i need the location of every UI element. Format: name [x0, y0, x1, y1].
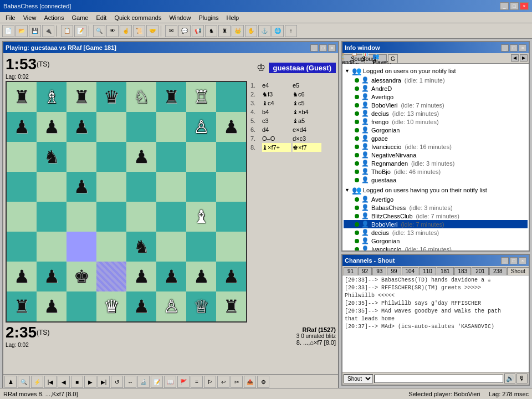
- tree-item-user[interactable]: 👤BlitzChessClub(idle: 7 minutes): [344, 212, 528, 220]
- tb-game-export[interactable]: 📤: [244, 376, 256, 388]
- menu-plugins[interactable]: Plugins: [196, 14, 222, 22]
- game-minimize[interactable]: _: [310, 44, 318, 52]
- menu-edit[interactable]: Edit: [93, 14, 110, 22]
- cell-5-2[interactable]: [66, 232, 96, 262]
- move-black[interactable]: e5: [293, 81, 321, 90]
- tb-game-end[interactable]: ▶|: [98, 376, 110, 388]
- cell-0-5[interactable]: ♜: [156, 82, 186, 112]
- cell-4-0[interactable]: [7, 202, 37, 232]
- cell-0-1[interactable]: ♗: [37, 82, 66, 112]
- cell-3-2[interactable]: ♟: [66, 172, 96, 202]
- tb-seek[interactable]: 🔍: [93, 25, 105, 37]
- tab-next[interactable]: ▶: [520, 54, 528, 62]
- tb-copy[interactable]: 📋: [61, 25, 73, 37]
- tb-game-takeback[interactable]: ↩: [217, 376, 229, 388]
- move-black[interactable]: ♝a5: [293, 116, 321, 125]
- menu-quick-commands[interactable]: Quick commands: [111, 14, 165, 22]
- cell-6-6[interactable]: ♟: [186, 262, 216, 291]
- tree-view[interactable]: ▼👥Logged on users on your notify list👤al…: [342, 64, 529, 250]
- menu-file[interactable]: File: [2, 14, 19, 22]
- cell-5-4[interactable]: ♞: [126, 232, 156, 262]
- channel-tab-shout[interactable]: Shout: [507, 267, 529, 275]
- cell-7-7[interactable]: ♜: [216, 291, 246, 321]
- tb-game-rotate[interactable]: ↺: [111, 376, 123, 388]
- cell-0-3[interactable]: ♛: [96, 82, 126, 112]
- chat-mic-btn[interactable]: 🎙: [516, 374, 528, 383]
- tree-item-user[interactable]: 👤NegativeNirvana: [344, 151, 528, 159]
- channels-close[interactable]: ×: [519, 257, 526, 264]
- move-black[interactable]: ♚×f7: [293, 143, 321, 152]
- tb-game-notes[interactable]: 📝: [151, 376, 163, 388]
- cell-1-3[interactable]: [96, 112, 126, 142]
- cell-1-5[interactable]: [156, 112, 186, 142]
- move-white[interactable]: ♝×f7+: [262, 143, 291, 152]
- move-black[interactable]: ♞c6: [293, 90, 321, 99]
- tb-open[interactable]: 📂: [16, 25, 28, 37]
- tb-game-next[interactable]: ▶: [84, 376, 96, 388]
- cell-0-6[interactable]: ♖: [186, 82, 216, 112]
- cell-6-5[interactable]: ♟: [156, 262, 186, 291]
- tree-item-user[interactable]: 👤Avertigo: [344, 195, 528, 203]
- tb-arrow[interactable]: ↑: [285, 25, 297, 37]
- tree-item-user[interactable]: 👤BoboVieri(idle: 7 minutes): [344, 220, 528, 228]
- tb-anchor[interactable]: ⚓: [258, 25, 270, 37]
- tb-game-draw[interactable]: =: [191, 376, 203, 388]
- channels-maximize[interactable]: □: [510, 257, 518, 264]
- cell-0-2[interactable]: ♜: [66, 82, 96, 112]
- tree-item-user[interactable]: 👤BabasChess(idle: 3 minutes): [344, 203, 528, 212]
- channel-tab-110[interactable]: 110: [419, 267, 436, 275]
- info-close[interactable]: ×: [519, 44, 526, 52]
- cell-7-3[interactable]: ♛: [96, 291, 126, 321]
- cell-2-4[interactable]: ♟: [126, 142, 156, 172]
- chat-sound-btn[interactable]: 🔊: [504, 374, 515, 383]
- tb-globe[interactable]: 🌐: [272, 25, 284, 37]
- cell-3-4[interactable]: [126, 172, 156, 202]
- tb-chat[interactable]: 💬: [178, 25, 191, 37]
- cell-3-0[interactable]: [7, 172, 37, 202]
- tb-game-book[interactable]: 📖: [164, 376, 176, 388]
- menu-game[interactable]: Game: [68, 14, 91, 22]
- cell-7-1[interactable]: ♟: [37, 291, 66, 321]
- cell-7-4[interactable]: ♟: [126, 291, 156, 321]
- cell-6-4[interactable]: ♟: [126, 262, 156, 291]
- tb-new[interactable]: 📄: [2, 25, 14, 37]
- cell-2-3[interactable]: [96, 142, 126, 172]
- tb-game-resign[interactable]: 🏳: [204, 376, 216, 388]
- cell-3-6[interactable]: [186, 172, 216, 202]
- menu-window[interactable]: Window: [166, 14, 194, 22]
- cell-3-1[interactable]: [37, 172, 66, 202]
- cell-7-6[interactable]: ♕: [186, 291, 216, 321]
- tree-header-notify2[interactable]: ▼👥Logged on users having you on their no…: [344, 185, 528, 195]
- cell-1-7[interactable]: ♟: [216, 112, 246, 142]
- cell-5-6[interactable]: [186, 232, 216, 262]
- tree-item-user[interactable]: 👤Gorgonian: [344, 126, 528, 134]
- tb-game-analyze[interactable]: 🔬: [137, 376, 150, 388]
- tb-connect[interactable]: 🔌: [42, 25, 54, 37]
- cell-4-6[interactable]: ♝: [186, 202, 216, 232]
- channel-tab-181[interactable]: 181: [437, 267, 454, 275]
- cell-4-1[interactable]: [37, 202, 66, 232]
- tb-save[interactable]: 💾: [29, 25, 41, 37]
- move-white[interactable]: d4: [262, 125, 291, 134]
- cell-6-0[interactable]: ♟: [7, 262, 37, 291]
- tb-shout[interactable]: 📢: [192, 25, 204, 37]
- tb-paste[interactable]: 📝: [74, 25, 86, 37]
- tb-opponent[interactable]: 🤝: [146, 25, 158, 37]
- move-white[interactable]: O–O: [262, 134, 291, 143]
- menu-actions[interactable]: Actions: [40, 14, 67, 22]
- tb-hand[interactable]: ✋: [245, 25, 257, 37]
- move-black[interactable]: ♝×b4: [293, 108, 321, 116]
- cell-5-1[interactable]: [37, 232, 66, 262]
- cell-6-3[interactable]: [96, 262, 126, 291]
- cell-0-7[interactable]: [216, 82, 246, 112]
- menu-view[interactable]: View: [20, 14, 40, 22]
- tree-item-user[interactable]: 👤AndreD: [344, 84, 528, 93]
- tab-g[interactable]: G: [388, 54, 398, 63]
- move-black[interactable]: e×d4: [293, 125, 321, 134]
- cell-6-2[interactable]: ♚: [66, 262, 96, 291]
- channel-tab-201[interactable]: 201: [472, 267, 489, 275]
- cell-7-0[interactable]: ♜: [7, 291, 37, 321]
- cell-2-1[interactable]: ♞: [37, 142, 66, 172]
- cell-2-7[interactable]: [216, 142, 246, 172]
- tree-item-user[interactable]: 👤Avertigo: [344, 93, 528, 101]
